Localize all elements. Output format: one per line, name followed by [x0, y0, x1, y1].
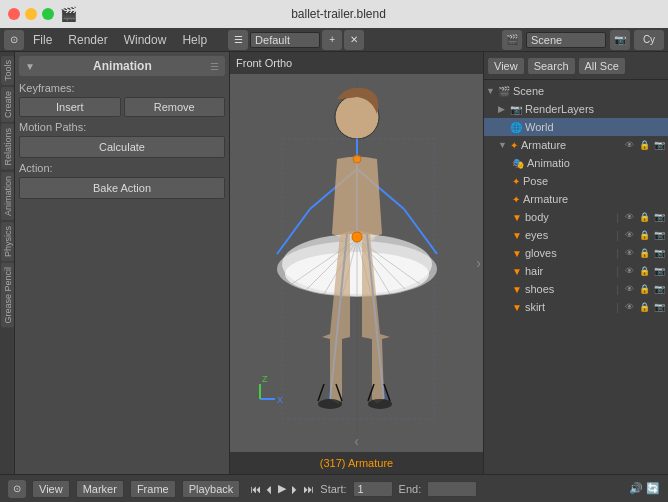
hair-render-icon[interactable]: 📷 [652, 264, 666, 278]
bake-action-button[interactable]: Bake Action [19, 177, 225, 199]
hair-eye-icon[interactable]: 👁 [622, 264, 636, 278]
viewport: Front Ortho [230, 52, 483, 474]
viewport-bottom-arrow[interactable]: ‹ [354, 433, 359, 449]
menu-help[interactable]: Help [175, 31, 214, 49]
next-frame-icon[interactable]: ⏵ [289, 483, 300, 495]
gloves-lock-icon[interactable]: 🔒 [637, 246, 651, 260]
armature-eye-icon[interactable]: 👁 [622, 138, 636, 152]
renderlayers-icon: 📷 [510, 104, 522, 115]
sync-icon[interactable]: 🔄 [646, 482, 660, 495]
marker-button[interactable]: Marker [76, 480, 124, 498]
world-icon: 🌐 [510, 122, 522, 133]
view-button[interactable]: View [32, 480, 70, 498]
shoes-eye-icon[interactable]: 👁 [622, 282, 636, 296]
tree-item-eyes[interactable]: ▼ eyes | 👁 🔒 📷 [484, 226, 668, 244]
tree-item-shoes[interactable]: ▼ shoes | 👁 🔒 📷 [484, 280, 668, 298]
ballerina-svg: X Z [242, 79, 472, 439]
prev-end-icon[interactable]: ⏮ [250, 483, 261, 495]
body-lock-icon[interactable]: 🔒 [637, 210, 651, 224]
pose-label: Pose [523, 175, 666, 187]
eyes-separator: | [613, 229, 622, 241]
panel-header[interactable]: ▼ Animation ☰ [19, 56, 225, 76]
menu-render[interactable]: Render [61, 31, 114, 49]
frame-button[interactable]: Frame [130, 480, 176, 498]
workspace-icon: ☰ [228, 30, 248, 50]
skirt-eye-icon[interactable]: 👁 [622, 300, 636, 314]
gloves-eye-icon[interactable]: 👁 [622, 246, 636, 260]
viewport-right-arrow[interactable]: › [476, 255, 481, 271]
relations-tab[interactable]: Relations [1, 124, 14, 170]
body-render-icon[interactable]: 📷 [652, 210, 666, 224]
tree-item-gloves[interactable]: ▼ gloves | 👁 🔒 📷 [484, 244, 668, 262]
playback-button[interactable]: Playback [182, 480, 241, 498]
eyes-eye-icon[interactable]: 👁 [622, 228, 636, 242]
gloves-label: gloves [525, 247, 613, 259]
menubar: ⊙ File Render Window Help ☰ + ✕ 🎬 📷 Cy [0, 28, 668, 52]
workspace-add-icon[interactable]: + [322, 30, 342, 50]
traffic-lights [8, 8, 54, 20]
maximize-button[interactable] [42, 8, 54, 20]
prev-frame-icon[interactable]: ⏴ [264, 483, 275, 495]
tree-item-animatio[interactable]: 🎭 Animatio [484, 154, 668, 172]
insert-button[interactable]: Insert [19, 97, 121, 117]
grease-pencil-tab[interactable]: Grease Pencil [1, 263, 14, 328]
eyes-label: eyes [525, 229, 613, 241]
outliner-all-scenes-btn[interactable]: All Sce [579, 58, 625, 74]
scene-icon: 🎬 [498, 86, 510, 97]
shoes-render-icon[interactable]: 📷 [652, 282, 666, 296]
menu-window[interactable]: Window [117, 31, 174, 49]
skirt-separator: | [613, 301, 622, 313]
tree-item-armature-child[interactable]: ✦ Armature [484, 190, 668, 208]
armature-child-label: Armature [523, 193, 666, 205]
panel-menu-icon: ☰ [210, 61, 219, 72]
tree-item-world[interactable]: 🌐 World [484, 118, 668, 136]
skirt-label: skirt [525, 301, 613, 313]
blender-menu-icon[interactable]: ⊙ [4, 30, 24, 50]
body-eye-icon[interactable]: 👁 [622, 210, 636, 224]
hair-lock-icon[interactable]: 🔒 [637, 264, 651, 278]
create-tab[interactable]: Create [1, 87, 14, 122]
keyframes-label: Keyframes: [19, 82, 225, 94]
scene-input[interactable] [526, 32, 606, 48]
skirt-lock-icon[interactable]: 🔒 [637, 300, 651, 314]
bottombar: ⊙ View Marker Frame Playback ⏮ ⏴ ▶ ⏵ ⏭ S… [0, 474, 668, 502]
close-button[interactable] [8, 8, 20, 20]
shoes-lock-icon[interactable]: 🔒 [637, 282, 651, 296]
eyes-render-icon[interactable]: 📷 [652, 228, 666, 242]
render-icon[interactable]: 📷 [610, 30, 630, 50]
outliner-search-btn[interactable]: Search [528, 58, 575, 74]
skirt-render-icon[interactable]: 📷 [652, 300, 666, 314]
gloves-icon: ▼ [512, 248, 522, 259]
calculate-button[interactable]: Calculate [19, 136, 225, 158]
tree-item-armature[interactable]: ▼ ✦ Armature 👁 🔒 📷 [484, 136, 668, 154]
armature-render-icon[interactable]: 📷 [652, 138, 666, 152]
tools-tab[interactable]: Tools [1, 56, 14, 85]
outliner-panel: View Search All Sce ▼ 🎬 Scene ▶ 📷 Render… [483, 52, 668, 474]
end-frame-input[interactable] [427, 481, 477, 497]
play-icon[interactable]: ▶ [278, 482, 286, 495]
svg-line-28 [318, 384, 324, 401]
svg-text:Z: Z [262, 374, 268, 384]
animation-tab[interactable]: Animation [1, 172, 14, 220]
tree-item-pose[interactable]: ✦ Pose [484, 172, 668, 190]
armature-lock-icon[interactable]: 🔒 [637, 138, 651, 152]
panel-title: Animation [93, 59, 152, 73]
tree-item-renderlayers[interactable]: ▶ 📷 RenderLayers [484, 100, 668, 118]
next-end-icon[interactable]: ⏭ [303, 483, 314, 495]
tree-item-hair[interactable]: ▼ hair | 👁 🔒 📷 [484, 262, 668, 280]
gloves-render-icon[interactable]: 📷 [652, 246, 666, 260]
start-frame-input[interactable] [353, 481, 393, 497]
remove-button[interactable]: Remove [124, 97, 226, 117]
eyes-lock-icon[interactable]: 🔒 [637, 228, 651, 242]
workspace-input[interactable] [250, 32, 320, 48]
audio-icon[interactable]: 🔊 [629, 482, 643, 495]
outliner-view-btn[interactable]: View [488, 58, 524, 74]
menu-file[interactable]: File [26, 31, 59, 49]
physics-tab[interactable]: Physics [1, 222, 14, 261]
tree-item-skirt[interactable]: ▼ skirt | 👁 🔒 📷 [484, 298, 668, 316]
minimize-button[interactable] [25, 8, 37, 20]
scene-arrow-icon: ▼ [486, 86, 496, 96]
tree-item-body[interactable]: ▼ body | 👁 🔒 📷 [484, 208, 668, 226]
tree-item-scene[interactable]: ▼ 🎬 Scene [484, 82, 668, 100]
workspace-close-icon[interactable]: ✕ [344, 30, 364, 50]
